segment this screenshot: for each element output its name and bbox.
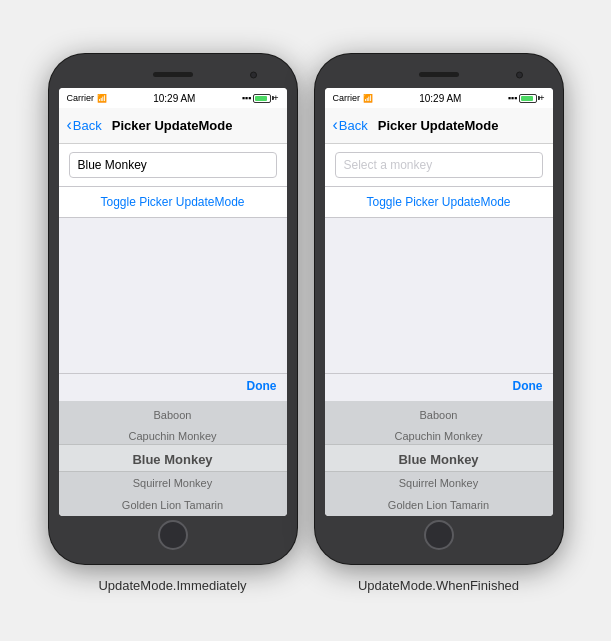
wifi-icon: 📶 (97, 94, 107, 103)
content-area: Blue MonkeyToggle Picker UpdateModeDone (59, 144, 287, 401)
status-time: 10:29 AM (419, 93, 461, 104)
home-button[interactable] (158, 520, 188, 550)
phone-bottom (59, 516, 287, 554)
content-area: Select a monkeyToggle Picker UpdateModeD… (325, 144, 553, 401)
battery-icon (253, 94, 271, 103)
picker-item[interactable]: Golden Lion Tamarin (59, 495, 287, 516)
phone-label-whenfinished: UpdateMode.WhenFinished (358, 578, 519, 593)
status-right: ▪▪▪ + (508, 93, 545, 103)
phone-top-bar (59, 64, 287, 86)
monkey-input[interactable]: Select a monkey (335, 152, 543, 178)
picker-items: BaboonCapuchin MonkeyBlue MonkeySquirrel… (59, 401, 287, 516)
phone-wrapper-whenfinished: Carrier📶10:29 AM ▪▪▪ + ‹BackPicker Updat… (315, 54, 563, 593)
done-button[interactable]: Done (247, 379, 277, 396)
battery-fill (521, 96, 533, 101)
monkey-input[interactable]: Blue Monkey (69, 152, 277, 178)
picker-item[interactable]: Golden Lion Tamarin (325, 495, 553, 516)
carrier-label: Carrier (67, 93, 95, 103)
phone-screen: Carrier📶10:29 AM ▪▪▪ + ‹BackPicker Updat… (59, 88, 287, 516)
nav-bar: ‹BackPicker UpdateMode (59, 108, 287, 144)
wifi-icon: 📶 (363, 94, 373, 103)
home-button[interactable] (424, 520, 454, 550)
input-section: Select a monkey (325, 144, 553, 187)
phone-top-bar (325, 64, 553, 86)
picker-item[interactable]: Baboon (325, 405, 553, 426)
status-bar: Carrier📶10:29 AM ▪▪▪ + (59, 88, 287, 108)
status-right: ▪▪▪ + (242, 93, 279, 103)
phones-row: Carrier📶10:29 AM ▪▪▪ + ‹BackPicker Updat… (49, 54, 563, 593)
phone-speaker (419, 72, 459, 77)
nav-bar: ‹BackPicker UpdateMode (325, 108, 553, 144)
input-section: Blue Monkey (59, 144, 287, 187)
phone-speaker (153, 72, 193, 77)
back-chevron-icon: ‹ (333, 117, 338, 133)
toggle-link[interactable]: Toggle Picker UpdateMode (59, 187, 287, 218)
picker-item[interactable]: Squirrel Monkey (325, 473, 553, 494)
back-label: Back (339, 118, 368, 133)
carrier-label: Carrier (333, 93, 361, 103)
phone-screen: Carrier📶10:29 AM ▪▪▪ + ‹BackPicker Updat… (325, 88, 553, 516)
picker-container[interactable]: BaboonCapuchin MonkeyBlue MonkeySquirrel… (59, 401, 287, 516)
picker-item[interactable]: Baboon (59, 405, 287, 426)
nav-title: Picker UpdateMode (102, 118, 243, 133)
picker-item[interactable]: Capuchin Monkey (59, 426, 287, 447)
done-bar: Done (59, 373, 287, 401)
phone-camera (516, 71, 523, 78)
picker-item[interactable]: Blue Monkey (325, 447, 553, 473)
phone-camera (250, 71, 257, 78)
back-label: Back (73, 118, 102, 133)
phone-label-immediately: UpdateMode.Immediately (98, 578, 246, 593)
battery-icon (519, 94, 537, 103)
picker-item[interactable]: Capuchin Monkey (325, 426, 553, 447)
picker-items: BaboonCapuchin MonkeyBlue MonkeySquirrel… (325, 401, 553, 516)
picker-item[interactable]: Blue Monkey (59, 447, 287, 473)
battery-fill (255, 96, 267, 101)
done-button[interactable]: Done (513, 379, 543, 396)
phone-bottom (325, 516, 553, 554)
phone-whenfinished: Carrier📶10:29 AM ▪▪▪ + ‹BackPicker Updat… (315, 54, 563, 564)
spacer-area (325, 218, 553, 373)
picker-item[interactable]: Squirrel Monkey (59, 473, 287, 494)
phone-wrapper-immediately: Carrier📶10:29 AM ▪▪▪ + ‹BackPicker Updat… (49, 54, 297, 593)
spacer-area (59, 218, 287, 373)
toggle-link[interactable]: Toggle Picker UpdateMode (325, 187, 553, 218)
nav-title: Picker UpdateMode (368, 118, 509, 133)
done-bar: Done (325, 373, 553, 401)
status-left: Carrier📶 (67, 93, 108, 103)
back-button[interactable]: ‹Back (333, 117, 368, 133)
back-chevron-icon: ‹ (67, 117, 72, 133)
phone-immediately: Carrier📶10:29 AM ▪▪▪ + ‹BackPicker Updat… (49, 54, 297, 564)
picker-container[interactable]: BaboonCapuchin MonkeyBlue MonkeySquirrel… (325, 401, 553, 516)
signal-bars: ▪▪▪ (508, 93, 518, 103)
status-left: Carrier📶 (333, 93, 374, 103)
status-bar: Carrier📶10:29 AM ▪▪▪ + (325, 88, 553, 108)
back-button[interactable]: ‹Back (67, 117, 102, 133)
status-time: 10:29 AM (153, 93, 195, 104)
signal-bars: ▪▪▪ (242, 93, 252, 103)
